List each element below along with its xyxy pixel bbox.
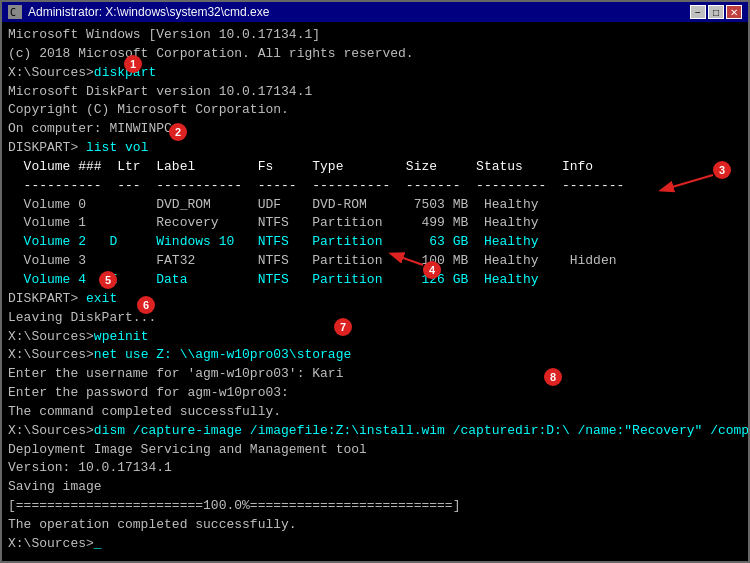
terminal-line: Volume ### Ltr Label Fs Type Size Status… bbox=[8, 158, 742, 177]
cmd-icon: C bbox=[8, 5, 22, 19]
terminal-line: X:\Sources>dism /capture-image /imagefil… bbox=[8, 422, 742, 441]
terminal-line: Copyright (C) Microsoft Corporation. bbox=[8, 101, 742, 120]
terminal-line: Volume 2 D Windows 10 NTFS Partition 63 … bbox=[8, 233, 742, 252]
terminal-line: The operation completed successfully. bbox=[8, 516, 742, 535]
terminal-line: X:\Sources>diskpart bbox=[8, 64, 742, 83]
terminal-line: Microsoft DiskPart version 10.0.17134.1 bbox=[8, 83, 742, 102]
title-buttons: − □ ✕ bbox=[690, 5, 742, 19]
terminal-line: DISKPART> exit bbox=[8, 290, 742, 309]
terminal-line: Saving image bbox=[8, 478, 742, 497]
terminal-line: DISKPART> list vol bbox=[8, 139, 742, 158]
terminal-line: The command completed successfully. bbox=[8, 403, 742, 422]
terminal-line: Volume 0 DVD_ROM UDF DVD-ROM 7503 MB Hea… bbox=[8, 196, 742, 215]
terminal[interactable]: Microsoft Windows [Version 10.0.17134.1]… bbox=[2, 22, 748, 558]
close-button[interactable]: ✕ bbox=[726, 5, 742, 19]
svg-text:C: C bbox=[10, 7, 16, 18]
terminal-line: Version: 10.0.17134.1 bbox=[8, 459, 742, 478]
window-title: Administrator: X:\windows\system32\cmd.e… bbox=[28, 5, 269, 19]
minimize-button[interactable]: − bbox=[690, 5, 706, 19]
title-bar-left: C Administrator: X:\windows\system32\cmd… bbox=[8, 5, 269, 19]
terminal-line: X:\Sources>wpeinit bbox=[8, 328, 742, 347]
terminal-line: X:\Sources>net use Z: \\agm-w10pro03\sto… bbox=[8, 346, 742, 365]
title-bar: C Administrator: X:\windows\system32\cmd… bbox=[2, 2, 748, 22]
terminal-line: Volume 4 E Data NTFS Partition 126 GB He… bbox=[8, 271, 742, 290]
content-area: Microsoft Windows [Version 10.0.17134.1]… bbox=[2, 22, 748, 561]
terminal-line: ---------- --- ----------- ----- -------… bbox=[8, 177, 742, 196]
terminal-line: [========================100.0%=========… bbox=[8, 497, 742, 516]
terminal-line: (c) 2018 Microsoft Corporation. All righ… bbox=[8, 45, 742, 64]
terminal-line: Leaving DiskPart... bbox=[8, 309, 742, 328]
terminal-line: Volume 3 FAT32 NTFS Partition 100 MB Hea… bbox=[8, 252, 742, 271]
terminal-line: Microsoft Windows [Version 10.0.17134.1] bbox=[8, 26, 742, 45]
terminal-line: Volume 1 Recovery NTFS Partition 499 MB … bbox=[8, 214, 742, 233]
terminal-line: Enter the password for agm-w10pro03: bbox=[8, 384, 742, 403]
cmd-window: C Administrator: X:\windows\system32\cmd… bbox=[0, 0, 750, 563]
terminal-line: Deployment Image Servicing and Managemen… bbox=[8, 441, 742, 460]
terminal-line: Enter the username for 'agm-w10pro03': K… bbox=[8, 365, 742, 384]
restore-button[interactable]: □ bbox=[708, 5, 724, 19]
terminal-line: X:\Sources>_ bbox=[8, 535, 742, 554]
terminal-line: On computer: MINWINPC bbox=[8, 120, 742, 139]
